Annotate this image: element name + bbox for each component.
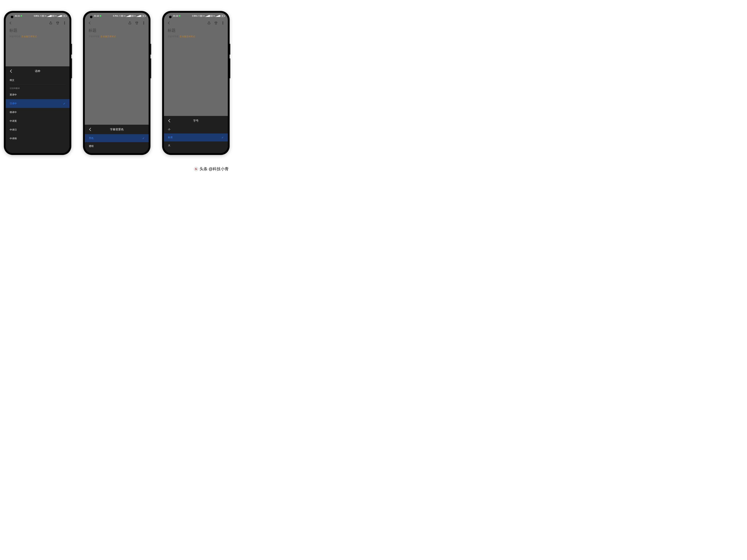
note-title-placeholder[interactable]: 标题 bbox=[168, 28, 224, 33]
hd-icon: HD bbox=[200, 15, 202, 17]
watermark-logo: 头 bbox=[194, 167, 199, 171]
svg-point-3 bbox=[144, 22, 144, 22]
more-button[interactable] bbox=[141, 21, 146, 25]
list-item[interactable]: 黑色 ✓ bbox=[85, 134, 149, 142]
list-item[interactable]: 英译中 bbox=[6, 90, 70, 99]
list-item[interactable]: 标准 ✓ bbox=[164, 133, 228, 141]
screen: 21:11 0.6K/s ᛒ HD 4G ▁▃▅▇ HD 5G ▁▃▅▇ 50 bbox=[6, 13, 70, 153]
recording-indicator bbox=[21, 15, 22, 17]
network-speed: 2.5K/s bbox=[192, 15, 198, 17]
more-button[interactable] bbox=[62, 21, 67, 25]
battery-icon: 50 bbox=[221, 15, 225, 17]
sheet-list: 小 标准 ✓ 大 bbox=[164, 126, 228, 150]
share-button[interactable] bbox=[48, 21, 53, 25]
sheet-header: 字幕背景色 bbox=[85, 125, 149, 134]
theme-button[interactable] bbox=[134, 21, 139, 25]
app-topbar bbox=[85, 19, 149, 27]
svg-point-6 bbox=[223, 22, 223, 22]
list-item[interactable]: 中译韩 bbox=[6, 134, 70, 143]
check-icon: ✓ bbox=[142, 136, 145, 140]
list-item-label: 大 bbox=[168, 144, 170, 147]
network-type: 4G bbox=[45, 15, 46, 17]
network-type: 4G bbox=[203, 15, 205, 17]
watermark-author: @科技小青 bbox=[209, 166, 229, 172]
sheet-title: 语种 bbox=[6, 70, 70, 73]
watermark-prefix: 头条 bbox=[200, 166, 208, 172]
svg-point-4 bbox=[144, 23, 144, 23]
app-topbar bbox=[6, 19, 70, 27]
signal-icon: ▁▃▅▇ bbox=[47, 15, 51, 17]
note-title-placeholder[interactable]: 标题 bbox=[9, 28, 66, 33]
sheet-list: 黑色 ✓ 透明 bbox=[85, 134, 149, 150]
bluetooth-icon: ᛒ bbox=[40, 15, 41, 17]
hd-icon: HD bbox=[121, 15, 123, 17]
hd-icon: HD bbox=[131, 15, 134, 17]
sheet-back-button[interactable] bbox=[167, 118, 172, 123]
status-bar: 21:11 0.6K/s ᛒ HD 4G ▁▃▅▇ HD 5G ▁▃▅▇ 50 bbox=[6, 13, 70, 19]
list-item[interactable]: 中译英 bbox=[6, 117, 70, 126]
mindmap-link[interactable]: ☰ 创建思维笔记 bbox=[180, 35, 195, 38]
signal-icon: ▁▃▅▇ bbox=[205, 15, 210, 17]
list-item[interactable]: 大 bbox=[164, 141, 228, 150]
list-item-label: 黑色 bbox=[89, 136, 94, 140]
back-button[interactable] bbox=[166, 21, 171, 25]
list-item-label: 中译韩 bbox=[10, 137, 17, 140]
sheet-back-button[interactable] bbox=[9, 69, 13, 73]
list-item[interactable]: 韩译中 bbox=[6, 108, 70, 117]
network-type-5g: 5G bbox=[55, 15, 57, 17]
back-button[interactable] bbox=[87, 21, 92, 25]
theme-button[interactable] bbox=[55, 21, 60, 25]
note-body-placeholder[interactable]: 开始书写或 bbox=[9, 35, 20, 38]
camera-cutout bbox=[169, 16, 172, 18]
svg-point-7 bbox=[223, 23, 223, 23]
mindmap-link[interactable]: ☰ 创建思维笔记 bbox=[101, 35, 116, 38]
sheet-header: 字号 bbox=[164, 116, 228, 126]
mindmap-link[interactable]: ☰ 创建思维笔记 bbox=[21, 35, 37, 38]
phone-mockup: 21:11 0.6K/s ᛒ HD 4G ▁▃▅▇ HD 5G ▁▃▅▇ 50 bbox=[4, 11, 71, 155]
hd-icon: HD bbox=[210, 15, 213, 17]
camera-cutout bbox=[11, 16, 13, 18]
signal-icon: ▁▃▅▇ bbox=[215, 15, 220, 17]
status-bar: 21:12 2.5K/s ᛒ HD 4G ▁▃▅▇ HD 5G ▁▃▅▇ 50 bbox=[164, 13, 228, 19]
bluetooth-icon: ᛒ bbox=[119, 15, 120, 17]
list-item-label: 英译中 bbox=[10, 93, 17, 97]
signal-icon: ▁▃▅▇ bbox=[57, 15, 62, 17]
list-item[interactable]: 透明 bbox=[85, 142, 149, 150]
svg-point-5 bbox=[144, 24, 144, 24]
signal-icon: ▁▃▅▇ bbox=[126, 15, 131, 17]
note-title-placeholder[interactable]: 标题 bbox=[88, 28, 145, 33]
bottom-sheet: 字幕背景色 黑色 ✓ 透明 bbox=[85, 125, 149, 153]
hd-icon: HD bbox=[52, 15, 54, 17]
list-item[interactable]: 中译日 bbox=[6, 126, 70, 134]
note-body-placeholder[interactable]: 开始书写或 bbox=[88, 35, 99, 38]
list-item-label: 日译中 bbox=[10, 102, 17, 105]
overlay-dimmer[interactable] bbox=[6, 38, 70, 66]
share-button[interactable] bbox=[127, 21, 132, 25]
camera-cutout bbox=[90, 16, 93, 18]
screen: 21:12 0.7K/s ᛒ HD 4G ▁▃▅▇ HD 5G ▁▃▅▇ 50 bbox=[85, 13, 149, 153]
theme-button[interactable] bbox=[213, 21, 218, 25]
network-speed: 0.7K/s bbox=[113, 15, 118, 17]
note-body-placeholder[interactable]: 开始书写或 bbox=[168, 35, 179, 38]
list-item[interactable]: 小 bbox=[164, 126, 228, 133]
share-button[interactable] bbox=[207, 21, 211, 25]
more-button[interactable] bbox=[221, 21, 225, 25]
overlay-dimmer[interactable] bbox=[85, 38, 149, 125]
screen: 21:12 2.5K/s ᛒ HD 4G ▁▃▅▇ HD 5G ▁▃▅▇ 50 bbox=[164, 13, 228, 153]
list-item-label: 中译日 bbox=[10, 128, 17, 131]
note-background: 标题 开始书写或 ☰ 创建思维笔记 bbox=[164, 27, 228, 38]
list-item-label: 标准 bbox=[168, 136, 173, 139]
battery-icon: 50 bbox=[62, 15, 66, 17]
recording-indicator bbox=[100, 15, 101, 17]
note-background: 标题 开始书写或 ☰ 创建思维笔记 bbox=[85, 27, 149, 38]
list-item[interactable]: 日译中 ✓ bbox=[6, 99, 70, 108]
phone-mockup: 21:12 0.7K/s ᛒ HD 4G ▁▃▅▇ HD 5G ▁▃▅▇ 50 bbox=[83, 11, 151, 155]
back-button[interactable] bbox=[8, 21, 13, 25]
sheet-back-button[interactable] bbox=[88, 127, 93, 132]
overlay-dimmer[interactable] bbox=[164, 38, 228, 116]
list-item[interactable]: 韩文 bbox=[6, 76, 70, 85]
phone-mockup: 21:12 2.5K/s ᛒ HD 4G ▁▃▅▇ HD 5G ▁▃▅▇ 50 bbox=[162, 11, 230, 155]
note-background: 标题 开始书写或 ☰ 创建思维笔记 bbox=[6, 27, 70, 38]
list-item-label: 韩文 bbox=[10, 79, 15, 82]
list-item-label: 小 bbox=[168, 128, 170, 131]
